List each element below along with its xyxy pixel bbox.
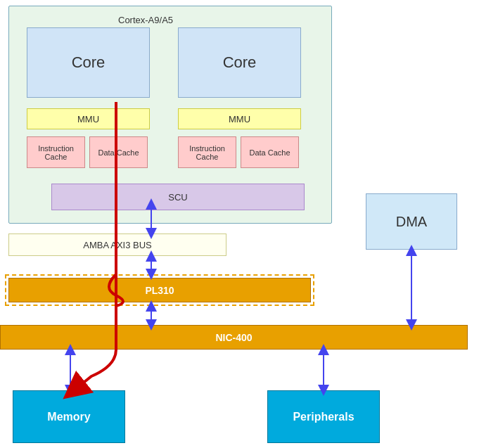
mmu1-box: MMU <box>27 108 150 129</box>
pl310-box: PL310 <box>8 278 311 302</box>
icache1-box: Instruction Cache <box>27 136 85 168</box>
icache2-label: Instruction Cache <box>180 144 234 161</box>
nic-box: NIC-400 <box>0 325 468 350</box>
icache2-box: Instruction Cache <box>178 136 236 168</box>
diagram: Cortex-A9/A5 Core Core MMU MMU Instructi… <box>0 0 479 448</box>
mmu2-label: MMU <box>229 114 250 124</box>
core1-box: Core <box>27 27 150 98</box>
cortex-label: Cortex-A9/A5 <box>118 15 173 25</box>
amba-label: AMBA AXI3 BUS <box>83 240 152 250</box>
peripherals-label: Peripherals <box>293 411 354 423</box>
cache-group2: Instruction Cache Data Cache <box>178 136 299 168</box>
mmu1-label: MMU <box>77 114 99 124</box>
cache-group1: Instruction Cache Data Cache <box>27 136 148 168</box>
dcache1-box: Data Cache <box>89 136 148 168</box>
dma-label: DMA <box>396 214 427 230</box>
amba-box: AMBA AXI3 BUS <box>8 233 226 256</box>
nic-label: NIC-400 <box>215 332 252 343</box>
core2-box: Core <box>178 27 301 98</box>
core2-label: Core <box>223 53 257 72</box>
pl310-label: PL310 <box>145 285 174 296</box>
dcache2-label: Data Cache <box>249 148 290 157</box>
dcache2-box: Data Cache <box>241 136 299 168</box>
dma-box: DMA <box>366 193 457 250</box>
core1-label: Core <box>72 53 106 72</box>
memory-label: Memory <box>47 411 90 423</box>
memory-box: Memory <box>13 390 125 443</box>
scu-box: SCU <box>51 184 305 210</box>
peripherals-box: Peripherals <box>267 390 380 443</box>
icache1-label: Instruction Cache <box>29 144 83 161</box>
cortex-box: Cortex-A9/A5 Core Core MMU MMU Instructi… <box>8 6 332 224</box>
mmu2-box: MMU <box>178 108 301 129</box>
dcache1-label: Data Cache <box>98 148 139 157</box>
scu-label: SCU <box>168 192 187 203</box>
